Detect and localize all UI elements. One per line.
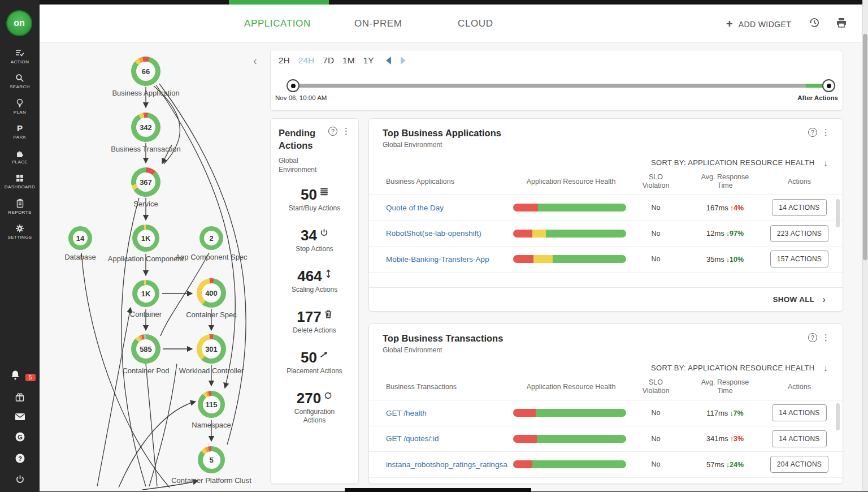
history-icon[interactable]: [808, 16, 821, 31]
page-scrollbar[interactable]: [862, 0, 868, 492]
scrollbar-thumb[interactable]: [863, 34, 867, 260]
app-name-link[interactable]: Quote of the Day: [386, 204, 513, 212]
health-donut: 367: [131, 167, 160, 197]
action-label: Configuration Actions: [287, 408, 343, 425]
actions-button[interactable]: 14 ACTIONS: [772, 404, 826, 421]
action-list-icon: [15, 49, 25, 58]
sidebar-item-reports[interactable]: REPORTS: [0, 197, 40, 216]
table-scrollbar[interactable]: [836, 403, 840, 430]
help-circle-icon[interactable]: ?: [808, 333, 817, 342]
node-count: 585: [140, 345, 152, 353]
timeline-slider-track[interactable]: [293, 84, 828, 88]
node-label: App Component Spec: [175, 253, 247, 261]
supply-chain-node-container-spec[interactable]: 400 Container Spec: [177, 278, 245, 319]
actions-button[interactable]: 223 ACTIONS: [770, 225, 828, 242]
sort-by-label[interactable]: SORT BY: APPLICATION RESOURCE HEALTH: [651, 158, 814, 167]
pending-action-placement[interactable]: 50 Placement Actions: [279, 349, 350, 376]
sidebar-item-action[interactable]: ACTION: [0, 48, 40, 66]
sidebar-item-label: DASHBOARD: [5, 184, 35, 189]
step-back-icon[interactable]: [386, 57, 391, 64]
transaction-name-link[interactable]: instana_robotshop_ratings_ratingsa: [386, 460, 513, 469]
node-count: 2: [209, 234, 213, 243]
show-all-button[interactable]: SHOW ALL ›: [369, 287, 843, 311]
park-icon: P: [17, 124, 23, 133]
supply-chain-node-container[interactable]: 1K Container: [112, 280, 180, 318]
timeline-end-label: After Actions: [797, 94, 838, 101]
g-circle-icon[interactable]: G: [15, 431, 25, 444]
pending-action-scaling[interactable]: 464 Scaling Actions: [279, 268, 350, 294]
actions-button[interactable]: 157 ACTIONS: [770, 251, 828, 267]
help-circle-icon[interactable]: ?: [328, 127, 337, 136]
range-1y[interactable]: 1Y: [363, 55, 374, 66]
sort-by-label[interactable]: SORT BY: APPLICATION RESOURCE HEALTH: [651, 364, 814, 372]
health-donut: 66: [131, 57, 160, 86]
tab-on-prem[interactable]: ON-PREM: [354, 18, 402, 29]
kebab-menu-icon[interactable]: ⋮: [822, 128, 830, 137]
supply-chain-node-business-application[interactable]: 66 Business Application: [112, 57, 180, 97]
help-icon[interactable]: ?: [15, 453, 25, 466]
range-24h[interactable]: 24H: [298, 55, 314, 66]
slider-handle-start[interactable]: [287, 79, 300, 92]
sidebar-item-plan[interactable]: PLAN: [0, 97, 40, 116]
power-icon[interactable]: [15, 474, 25, 486]
action-label: Stop Actions: [296, 245, 333, 253]
move-arrow-icon: [320, 351, 328, 361]
kebab-menu-icon[interactable]: ⋮: [822, 333, 830, 342]
supply-chain-node-container-pod[interactable]: 585 Container Pod: [112, 334, 180, 375]
node-count: 115: [206, 400, 218, 409]
sidebar-item-search[interactable]: SEARCH: [0, 72, 40, 90]
actions-button[interactable]: 14 ACTIONS: [772, 199, 826, 216]
supply-chain-node-app-component-spec[interactable]: 2 App Component Spec: [177, 226, 245, 261]
sort-direction-icon[interactable]: ↓: [824, 363, 828, 373]
supply-chain-node-workload-controller[interactable]: 301 Workload Controller: [177, 334, 245, 375]
node-label: Container: [130, 310, 162, 318]
sidebar-item-park[interactable]: P PARK: [0, 123, 40, 141]
actions-button[interactable]: 204 ACTIONS: [770, 456, 828, 473]
action-count: 177: [297, 309, 321, 325]
app-logo[interactable]: on: [6, 10, 32, 36]
collapse-chevron-icon[interactable]: ‹: [253, 54, 257, 67]
table-scrollbar[interactable]: [836, 199, 840, 227]
step-forward-icon[interactable]: [401, 57, 406, 64]
transaction-name-link[interactable]: GET /quotes/:id: [386, 434, 513, 443]
action-label: Placement Actions: [287, 367, 342, 376]
range-2h[interactable]: 2H: [279, 55, 290, 66]
range-1m[interactable]: 1M: [342, 55, 355, 66]
pending-action-start-buy[interactable]: 50 Start/Buy Actions: [279, 187, 350, 213]
slider-handle-end[interactable]: [822, 79, 835, 92]
supply-chain-node-business-transaction[interactable]: 342 Business Transaction: [112, 113, 180, 153]
health-bar: [513, 409, 626, 417]
supply-chain-node-application-component[interactable]: 1K Application Component: [112, 225, 180, 263]
transaction-name-link[interactable]: GET /health: [386, 409, 513, 417]
supply-chain-node-service[interactable]: 367 Service: [112, 167, 180, 208]
sidebar-item-label: REPORTS: [8, 210, 31, 215]
resize-vertical-icon: [325, 269, 332, 280]
print-icon[interactable]: [835, 16, 848, 31]
pending-action-delete[interactable]: 177 Delete Actions: [279, 309, 350, 335]
tab-application[interactable]: APPLICATION: [244, 18, 311, 29]
table-row: GET /health No 117ms7% 14 ACTIONS: [369, 400, 843, 426]
col-resource-health: Application Resource Health: [513, 178, 629, 186]
mail-icon[interactable]: [15, 413, 25, 423]
supply-chain-node-container-platform-cluster[interactable]: 5 Container Platform Clust: [177, 446, 245, 485]
sort-direction-icon[interactable]: ↓: [824, 158, 828, 167]
actions-button[interactable]: 14 ACTIONS: [772, 430, 826, 447]
app-name-link[interactable]: RobotShot(se-lab-openshift): [386, 229, 513, 238]
range-7d[interactable]: 7D: [323, 55, 334, 66]
gift-icon[interactable]: [15, 392, 25, 404]
action-count: 270: [297, 390, 321, 406]
help-circle-icon[interactable]: ?: [808, 128, 817, 137]
supply-chain-node-namespace[interactable]: 115 Namespace: [177, 391, 245, 429]
sidebar-item-place[interactable]: PLACE: [0, 148, 40, 166]
pending-action-stop[interactable]: 34 Stop Actions: [279, 227, 350, 253]
sidebar-item-settings[interactable]: SETTINGS: [0, 223, 40, 241]
tab-cloud[interactable]: CLOUD: [458, 18, 493, 29]
sidebar-item-dashboard[interactable]: DASHBOARD: [0, 172, 40, 191]
pending-action-configuration[interactable]: 270 Configuration Actions: [279, 390, 350, 425]
add-widget-button[interactable]: + ADD WIDGET: [726, 18, 791, 31]
node-count: 1K: [141, 234, 151, 243]
notifications-button[interactable]: 5: [8, 369, 31, 384]
app-name-link[interactable]: Mobile-Banking-Transfers-App: [386, 255, 513, 264]
supply-chain-node-database[interactable]: 14 Database: [46, 226, 114, 261]
kebab-menu-icon[interactable]: ⋮: [342, 127, 350, 136]
